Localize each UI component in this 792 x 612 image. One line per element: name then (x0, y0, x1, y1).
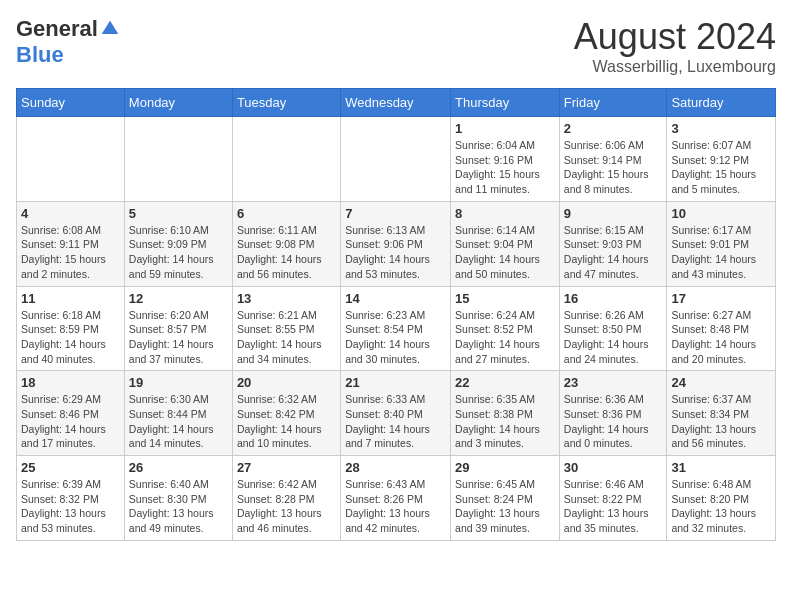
day-number: 16 (564, 291, 663, 306)
logo-general-text: General (16, 16, 98, 42)
day-header-thursday: Thursday (451, 89, 560, 117)
calendar-cell: 1Sunrise: 6:04 AM Sunset: 9:16 PM Daylig… (451, 117, 560, 202)
day-info: Sunrise: 6:10 AM Sunset: 9:09 PM Dayligh… (129, 223, 228, 282)
day-info: Sunrise: 6:07 AM Sunset: 9:12 PM Dayligh… (671, 138, 771, 197)
calendar-cell: 10Sunrise: 6:17 AM Sunset: 9:01 PM Dayli… (667, 201, 776, 286)
logo: General Blue (16, 16, 120, 68)
logo-icon (100, 19, 120, 39)
calendar-cell: 14Sunrise: 6:23 AM Sunset: 8:54 PM Dayli… (341, 286, 451, 371)
day-info: Sunrise: 6:18 AM Sunset: 8:59 PM Dayligh… (21, 308, 120, 367)
day-number: 3 (671, 121, 771, 136)
day-header-wednesday: Wednesday (341, 89, 451, 117)
calendar-cell: 28Sunrise: 6:43 AM Sunset: 8:26 PM Dayli… (341, 456, 451, 541)
calendar-cell: 23Sunrise: 6:36 AM Sunset: 8:36 PM Dayli… (559, 371, 667, 456)
day-number: 19 (129, 375, 228, 390)
day-info: Sunrise: 6:42 AM Sunset: 8:28 PM Dayligh… (237, 477, 336, 536)
day-info: Sunrise: 6:37 AM Sunset: 8:34 PM Dayligh… (671, 392, 771, 451)
day-info: Sunrise: 6:24 AM Sunset: 8:52 PM Dayligh… (455, 308, 555, 367)
calendar-cell (232, 117, 340, 202)
calendar-cell: 26Sunrise: 6:40 AM Sunset: 8:30 PM Dayli… (124, 456, 232, 541)
day-info: Sunrise: 6:30 AM Sunset: 8:44 PM Dayligh… (129, 392, 228, 451)
calendar-cell: 19Sunrise: 6:30 AM Sunset: 8:44 PM Dayli… (124, 371, 232, 456)
day-header-friday: Friday (559, 89, 667, 117)
week-row-1: 1Sunrise: 6:04 AM Sunset: 9:16 PM Daylig… (17, 117, 776, 202)
day-number: 13 (237, 291, 336, 306)
day-number: 21 (345, 375, 446, 390)
day-number: 9 (564, 206, 663, 221)
day-info: Sunrise: 6:14 AM Sunset: 9:04 PM Dayligh… (455, 223, 555, 282)
calendar-cell: 24Sunrise: 6:37 AM Sunset: 8:34 PM Dayli… (667, 371, 776, 456)
day-header-sunday: Sunday (17, 89, 125, 117)
day-number: 22 (455, 375, 555, 390)
calendar-cell (341, 117, 451, 202)
day-info: Sunrise: 6:40 AM Sunset: 8:30 PM Dayligh… (129, 477, 228, 536)
day-info: Sunrise: 6:13 AM Sunset: 9:06 PM Dayligh… (345, 223, 446, 282)
day-header-saturday: Saturday (667, 89, 776, 117)
day-number: 26 (129, 460, 228, 475)
logo-blue-text: Blue (16, 42, 64, 68)
day-number: 5 (129, 206, 228, 221)
calendar-cell: 29Sunrise: 6:45 AM Sunset: 8:24 PM Dayli… (451, 456, 560, 541)
calendar-cell: 22Sunrise: 6:35 AM Sunset: 8:38 PM Dayli… (451, 371, 560, 456)
day-number: 31 (671, 460, 771, 475)
calendar-cell: 6Sunrise: 6:11 AM Sunset: 9:08 PM Daylig… (232, 201, 340, 286)
day-number: 20 (237, 375, 336, 390)
day-info: Sunrise: 6:26 AM Sunset: 8:50 PM Dayligh… (564, 308, 663, 367)
day-number: 30 (564, 460, 663, 475)
day-number: 27 (237, 460, 336, 475)
day-number: 25 (21, 460, 120, 475)
week-row-5: 25Sunrise: 6:39 AM Sunset: 8:32 PM Dayli… (17, 456, 776, 541)
calendar-cell: 21Sunrise: 6:33 AM Sunset: 8:40 PM Dayli… (341, 371, 451, 456)
day-info: Sunrise: 6:23 AM Sunset: 8:54 PM Dayligh… (345, 308, 446, 367)
calendar-cell: 25Sunrise: 6:39 AM Sunset: 8:32 PM Dayli… (17, 456, 125, 541)
title-area: August 2024 Wasserbillig, Luxembourg (574, 16, 776, 76)
day-info: Sunrise: 6:21 AM Sunset: 8:55 PM Dayligh… (237, 308, 336, 367)
calendar-cell (124, 117, 232, 202)
calendar-cell (17, 117, 125, 202)
calendar-cell: 17Sunrise: 6:27 AM Sunset: 8:48 PM Dayli… (667, 286, 776, 371)
calendar-cell: 27Sunrise: 6:42 AM Sunset: 8:28 PM Dayli… (232, 456, 340, 541)
day-info: Sunrise: 6:45 AM Sunset: 8:24 PM Dayligh… (455, 477, 555, 536)
location: Wasserbillig, Luxembourg (574, 58, 776, 76)
calendar-cell: 7Sunrise: 6:13 AM Sunset: 9:06 PM Daylig… (341, 201, 451, 286)
day-number: 18 (21, 375, 120, 390)
days-header-row: SundayMondayTuesdayWednesdayThursdayFrid… (17, 89, 776, 117)
day-info: Sunrise: 6:33 AM Sunset: 8:40 PM Dayligh… (345, 392, 446, 451)
day-info: Sunrise: 6:36 AM Sunset: 8:36 PM Dayligh… (564, 392, 663, 451)
week-row-3: 11Sunrise: 6:18 AM Sunset: 8:59 PM Dayli… (17, 286, 776, 371)
calendar-cell: 2Sunrise: 6:06 AM Sunset: 9:14 PM Daylig… (559, 117, 667, 202)
day-number: 15 (455, 291, 555, 306)
day-number: 2 (564, 121, 663, 136)
month-year: August 2024 (574, 16, 776, 58)
day-info: Sunrise: 6:04 AM Sunset: 9:16 PM Dayligh… (455, 138, 555, 197)
calendar-cell: 8Sunrise: 6:14 AM Sunset: 9:04 PM Daylig… (451, 201, 560, 286)
day-number: 7 (345, 206, 446, 221)
day-number: 24 (671, 375, 771, 390)
day-info: Sunrise: 6:20 AM Sunset: 8:57 PM Dayligh… (129, 308, 228, 367)
calendar-cell: 16Sunrise: 6:26 AM Sunset: 8:50 PM Dayli… (559, 286, 667, 371)
day-info: Sunrise: 6:39 AM Sunset: 8:32 PM Dayligh… (21, 477, 120, 536)
day-info: Sunrise: 6:27 AM Sunset: 8:48 PM Dayligh… (671, 308, 771, 367)
day-header-tuesday: Tuesday (232, 89, 340, 117)
day-info: Sunrise: 6:15 AM Sunset: 9:03 PM Dayligh… (564, 223, 663, 282)
day-number: 29 (455, 460, 555, 475)
day-info: Sunrise: 6:48 AM Sunset: 8:20 PM Dayligh… (671, 477, 771, 536)
calendar-cell: 3Sunrise: 6:07 AM Sunset: 9:12 PM Daylig… (667, 117, 776, 202)
day-info: Sunrise: 6:11 AM Sunset: 9:08 PM Dayligh… (237, 223, 336, 282)
day-info: Sunrise: 6:06 AM Sunset: 9:14 PM Dayligh… (564, 138, 663, 197)
day-number: 4 (21, 206, 120, 221)
calendar-cell: 31Sunrise: 6:48 AM Sunset: 8:20 PM Dayli… (667, 456, 776, 541)
calendar-cell: 20Sunrise: 6:32 AM Sunset: 8:42 PM Dayli… (232, 371, 340, 456)
day-header-monday: Monday (124, 89, 232, 117)
week-row-4: 18Sunrise: 6:29 AM Sunset: 8:46 PM Dayli… (17, 371, 776, 456)
calendar-cell: 13Sunrise: 6:21 AM Sunset: 8:55 PM Dayli… (232, 286, 340, 371)
day-number: 1 (455, 121, 555, 136)
day-info: Sunrise: 6:43 AM Sunset: 8:26 PM Dayligh… (345, 477, 446, 536)
day-info: Sunrise: 6:32 AM Sunset: 8:42 PM Dayligh… (237, 392, 336, 451)
calendar-cell: 9Sunrise: 6:15 AM Sunset: 9:03 PM Daylig… (559, 201, 667, 286)
calendar-cell: 4Sunrise: 6:08 AM Sunset: 9:11 PM Daylig… (17, 201, 125, 286)
day-number: 12 (129, 291, 228, 306)
calendar-cell: 30Sunrise: 6:46 AM Sunset: 8:22 PM Dayli… (559, 456, 667, 541)
svg-marker-0 (102, 21, 119, 34)
day-number: 14 (345, 291, 446, 306)
